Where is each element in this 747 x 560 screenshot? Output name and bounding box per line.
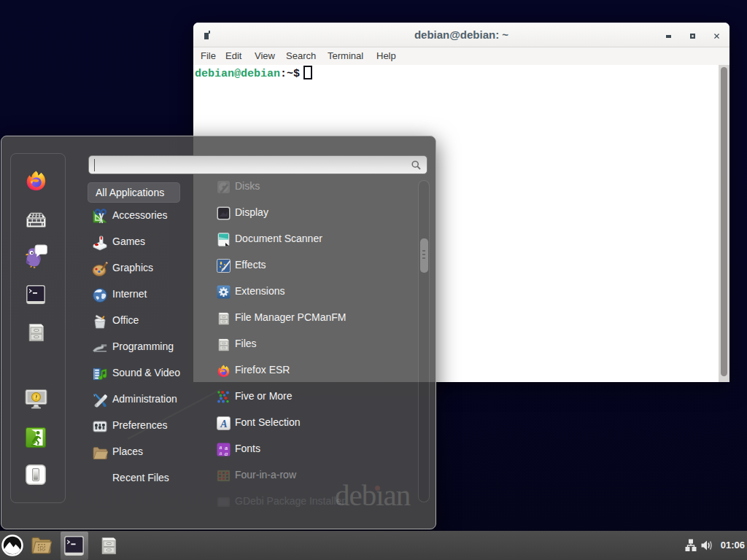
svg-text:a: a bbox=[225, 450, 228, 457]
svg-text:A: A bbox=[220, 419, 227, 429]
svg-text:a: a bbox=[220, 449, 222, 456]
svg-text:D: D bbox=[39, 545, 43, 551]
